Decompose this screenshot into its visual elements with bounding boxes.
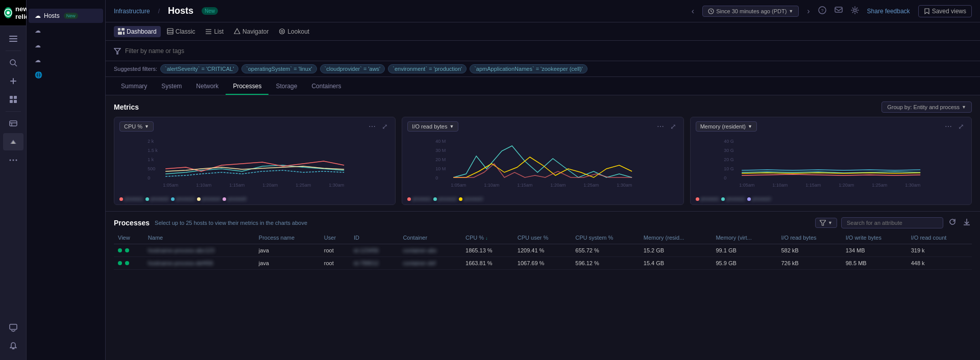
processes-table-container: View Name Process name User ID Container… xyxy=(106,232,980,278)
view-btn-dashboard-label: Dashboard xyxy=(127,28,157,35)
svg-text:1:05am: 1:05am xyxy=(739,183,754,188)
row1-memory-resident: 15.2 GB xyxy=(640,244,712,257)
row1-container: container-abc xyxy=(399,244,461,257)
tab-containers[interactable]: Containers xyxy=(304,79,348,95)
view-btn-list[interactable]: List xyxy=(201,26,228,37)
table-header-row: View Name Process name User ID Container… xyxy=(114,232,972,244)
chart-cpu-title-button[interactable]: CPU % ▼ xyxy=(119,121,154,132)
filter-row xyxy=(106,41,980,61)
sidebar-item-infrastructure[interactable] xyxy=(3,133,23,150)
svg-text:1:20am: 1:20am xyxy=(262,183,278,188)
filter-input[interactable] xyxy=(125,47,972,55)
filter-tag-2[interactable]: `cloudprovider` = 'aws' xyxy=(320,64,385,73)
chart-io-svg-container: 40 M 30 M 20 M 10 M 0 1:05am 1:10am 1:15… xyxy=(402,134,683,193)
chart-io-legend: process1 process2 process3 xyxy=(402,193,683,204)
svg-rect-19 xyxy=(10,324,17,329)
chart-io-more-icon[interactable]: ⋯ xyxy=(655,121,666,132)
leftnav-item-hosts[interactable]: ☁ Hosts New xyxy=(29,9,103,23)
svg-rect-9 xyxy=(10,96,13,99)
help-icon[interactable]: ? xyxy=(818,6,826,16)
status-dot-outer xyxy=(118,248,122,252)
chart-memory-expand-icon[interactable]: ⤢ xyxy=(956,121,966,132)
filter-tag-0[interactable]: `alertSeverity` = 'CRITICAL' xyxy=(160,64,238,73)
row2-memory-resident: 15.4 GB xyxy=(640,257,712,270)
filter-tag-4[interactable]: `apmApplicationNames` = 'zookeeper (cell… xyxy=(470,64,587,73)
row2-cpu-system-pct: 596.12 % xyxy=(571,257,639,270)
view-btn-navigator[interactable]: Navigator xyxy=(230,26,273,37)
chart-cpu-svg: 2 k 1.5 k 1 k 500 0 1:05am 1:10am 1:15 xyxy=(117,136,392,192)
view-btn-lookout[interactable]: Lookout xyxy=(275,26,313,37)
col-cpu-pct[interactable]: CPU %↓ xyxy=(461,232,513,244)
filter-icon[interactable] xyxy=(114,47,121,55)
next-time-button[interactable]: › xyxy=(807,7,810,16)
processes-search-input[interactable] xyxy=(841,217,943,228)
sidebar: new relic xyxy=(0,0,27,360)
sidebar-item-add-data[interactable] xyxy=(3,72,23,90)
dashboard-icon xyxy=(118,28,125,35)
chart-io-title-button[interactable]: I/O read bytes ▼ xyxy=(407,121,458,132)
saved-views-button[interactable]: Saved views xyxy=(918,5,972,17)
chart-memory-title-button[interactable]: Memory (resident) ▼ xyxy=(696,121,757,132)
leftnav-item-4[interactable]: ☁ xyxy=(29,53,103,67)
filter-tag-3[interactable]: `environment` = 'production' xyxy=(388,64,467,73)
legend-item: process1 xyxy=(696,196,720,201)
svg-point-37 xyxy=(280,29,285,34)
status-dot-outer xyxy=(118,261,122,265)
chart-io-expand-icon[interactable]: ⤢ xyxy=(668,121,678,132)
tab-storage[interactable]: Storage xyxy=(268,79,304,95)
svg-text:1:10am: 1:10am xyxy=(772,183,788,188)
tab-summary[interactable]: Summary xyxy=(114,79,154,95)
chart-memory-svg-container: 40 G 30 G 20 G 10 G 0 1:05am 1:10am 1:15… xyxy=(691,134,971,193)
message-icon[interactable] xyxy=(835,6,843,16)
processes-actions: ▼ xyxy=(815,217,972,228)
group-by-button[interactable]: Group by: Entity and process ▼ xyxy=(881,101,972,113)
sidebar-item-all-entities[interactable] xyxy=(3,115,23,132)
leftnav-item-globe[interactable]: 🌐 xyxy=(29,68,103,82)
sidebar-item-notifications[interactable] xyxy=(3,338,23,355)
settings-icon[interactable] xyxy=(851,6,859,16)
time-selector[interactable]: Since 30 minutes ago (PDT) ▼ xyxy=(702,6,799,17)
row1-io-write-bytes: 134 MB xyxy=(842,244,907,257)
classic-icon xyxy=(167,28,174,35)
sidebar-item-feedback[interactable] xyxy=(3,319,23,337)
row2-cpu-pct: 1663.81 % xyxy=(461,257,513,270)
svg-line-6 xyxy=(15,64,17,66)
filter-tag-1[interactable]: `operatingSystem` = 'linux' xyxy=(241,64,316,73)
chart-memory-more-icon[interactable]: ⋯ xyxy=(943,121,954,132)
svg-text:1:30am: 1:30am xyxy=(617,183,632,188)
sidebar-item-all-capabilities[interactable] xyxy=(3,91,23,108)
leftnav-item-3[interactable]: ☁ xyxy=(29,38,103,53)
view-btn-dashboard[interactable]: Dashboard xyxy=(114,26,161,37)
processes-filter-button[interactable]: ▼ xyxy=(815,218,837,228)
tab-network[interactable]: Network xyxy=(189,79,226,95)
svg-rect-29 xyxy=(123,32,125,35)
tab-processes[interactable]: Processes xyxy=(226,79,268,95)
svg-text:1:15am: 1:15am xyxy=(805,183,821,188)
legend-item: process5 xyxy=(223,196,247,201)
leftnav-item-2[interactable]: ☁ xyxy=(29,23,103,38)
share-feedback-button[interactable]: Share feedback xyxy=(867,8,910,15)
prev-time-button[interactable]: ‹ xyxy=(692,7,694,16)
logo-area: new relic xyxy=(0,0,26,26)
breadcrumb[interactable]: Infrastructure xyxy=(114,8,150,15)
sidebar-item-more[interactable] xyxy=(3,151,23,169)
col-io-read-bytes: I/O read bytes xyxy=(777,232,841,244)
chart-cpu-more-icon[interactable]: ⋯ xyxy=(366,121,378,132)
hamburger-menu[interactable] xyxy=(3,30,23,47)
legend-item: process3 xyxy=(459,196,483,201)
left-nav: ☁ Hosts New ☁ ☁ ☁ 🌐 xyxy=(27,0,106,360)
svg-text:1:20am: 1:20am xyxy=(839,183,854,188)
svg-marker-73 xyxy=(820,220,826,225)
chart-memory-svg: 40 G 30 G 20 G 10 G 0 1:05am 1:10am 1:15… xyxy=(694,136,968,192)
sidebar-item-quick-find[interactable] xyxy=(3,54,23,71)
processes-refresh-icon[interactable] xyxy=(947,217,958,228)
chart-cpu-title-arrow: ▼ xyxy=(144,124,149,129)
svg-text:1:20am: 1:20am xyxy=(550,183,566,188)
row1-cpu-pct: 1865.13 % xyxy=(461,244,513,257)
chart-io-actions: ⋯ ⤢ xyxy=(655,121,678,132)
chart-cpu-expand-icon[interactable]: ⤢ xyxy=(380,121,390,132)
view-btn-classic[interactable]: Classic xyxy=(163,26,200,37)
svg-text:1 k: 1 k xyxy=(148,157,154,162)
tab-system[interactable]: System xyxy=(154,79,189,95)
processes-download-icon[interactable] xyxy=(962,217,972,228)
